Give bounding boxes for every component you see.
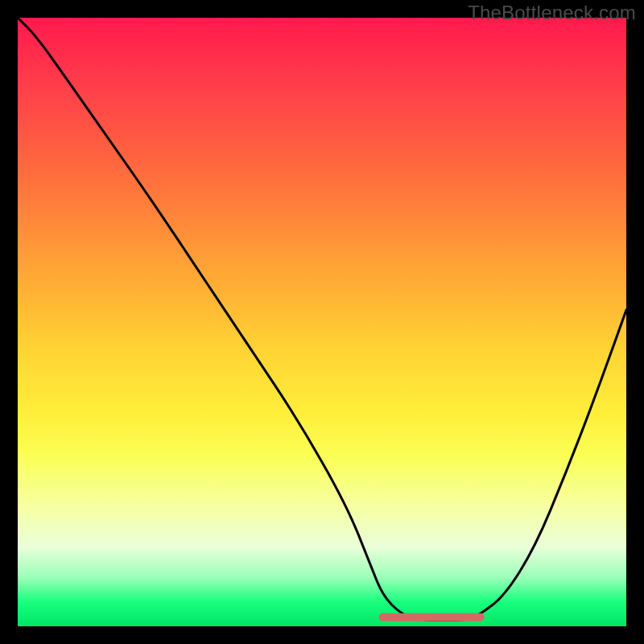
bottleneck-curve (18, 18, 626, 626)
curve-path (18, 18, 626, 620)
plot-area (18, 18, 626, 626)
chart-frame: TheBottleneck.com (0, 0, 644, 644)
watermark-text: TheBottleneck.com (468, 2, 636, 24)
